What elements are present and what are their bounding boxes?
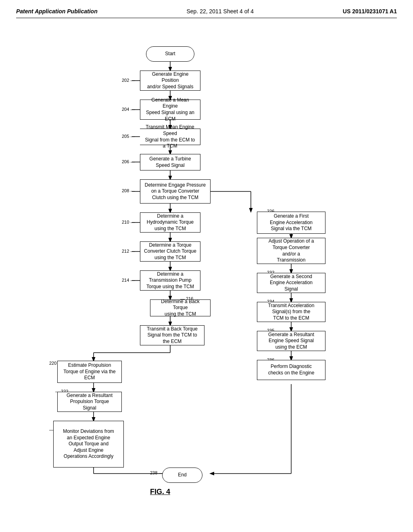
label-204: 204 — <box>122 107 135 112</box>
node-218: Transmit a Back TorqueSignal from the TC… <box>140 325 204 345</box>
label-210: 210 — <box>122 220 135 224</box>
end-node: End <box>162 468 202 483</box>
node-205: Transmit Mean Engine SpeedSignal from th… <box>140 129 200 145</box>
header-center: Sep. 22, 2011 Sheet 4 of 4 <box>186 8 254 15</box>
label-238: 238 — <box>150 470 163 475</box>
label-212: 212 — <box>122 249 135 254</box>
node-222: Generate a ResultantPropulsion TorqueSig… <box>57 392 122 412</box>
header: Patent Application Publication Sep. 22, … <box>16 8 397 18</box>
node-232: Generate a SecondEngine AccelerationSign… <box>257 273 325 293</box>
header-right: US 2011/0231071 A1 <box>343 8 397 15</box>
node-206: Generate a TurbineSpeed Signal <box>140 154 200 170</box>
node-204: Generate a Mean EngineSpeed Signal using… <box>140 100 200 120</box>
label-214: 214 — <box>122 278 135 283</box>
node-224: Monitor Deviations froman Expected Engin… <box>53 421 124 468</box>
node-234: Transmit AccelerationSignal(s) from theT… <box>257 302 325 322</box>
node-236: Perform Diagnosticchecks on the Engine <box>257 360 325 380</box>
node-212: Determine a TorqueConverter Clutch Torqu… <box>140 241 200 262</box>
node-220: Estimate PropulsionTorque of Engine via … <box>57 361 122 383</box>
fig-label: FIG. 4 <box>150 488 170 496</box>
label-206: 206 — <box>122 159 135 164</box>
node-230: Adjust Operation of aTorque Converterand… <box>257 238 325 264</box>
node-226: Generate a FirstEngine AccelerationSigna… <box>257 212 325 234</box>
label-202: 202 — <box>122 78 135 83</box>
start-node: Start <box>146 46 194 62</box>
node-214: Determine aTransmission PumpTorque using… <box>140 270 200 291</box>
label-205: 205 — <box>122 134 135 139</box>
label-208: 208 — <box>122 188 135 193</box>
node-235: Generate a ResultantEngine Speed Signalu… <box>257 331 325 351</box>
node-208: Determine Engage Pressureon a Torque Con… <box>140 179 211 204</box>
node-210: Determine aHydrodynamic Torqueusing the … <box>140 212 200 233</box>
diagram-area: 200 — 202 — 204 — 205 — 206 — 208 — 210 … <box>25 30 388 494</box>
node-216: Determine a Back Torqueusing the TCM <box>150 299 211 316</box>
header-left: Patent Application Publication <box>16 8 98 15</box>
page: Patent Application Publication Sep. 22, … <box>0 0 413 532</box>
node-202: Generate Engine Positionand/or Speed Sig… <box>140 71 200 91</box>
